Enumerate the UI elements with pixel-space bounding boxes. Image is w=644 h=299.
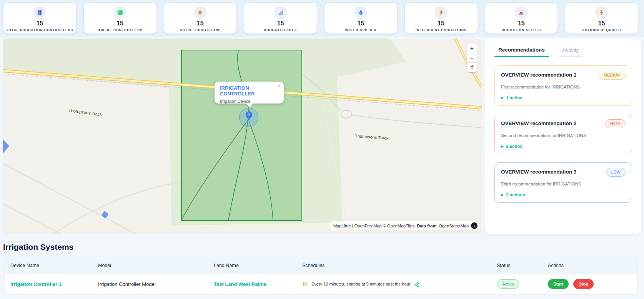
stat-label: INEFFICIENT IRRIGATIONS <box>416 28 467 32</box>
device-name-link[interactable]: Irrigation Controller 1 <box>10 281 98 287</box>
actions-count-label: 1 action <box>506 95 523 100</box>
stat-card-irrigated-area: 15 IRRIGATED AREA <box>244 2 317 34</box>
column-device-name: Device Name <box>10 263 98 268</box>
stat-card-inefficient-irrigations: 15 INEFFICIENT IRRIGATIONS <box>404 2 478 34</box>
stat-value: 15 <box>36 20 43 27</box>
status-cell: Active <box>497 279 548 289</box>
online-dot-icon <box>113 6 126 19</box>
tab-activity[interactable]: Activity <box>559 47 583 57</box>
close-icon[interactable]: × <box>278 83 281 88</box>
lightning-icon <box>595 6 608 19</box>
compass-down-icon <box>471 68 474 70</box>
compass-reset-button[interactable] <box>467 63 477 72</box>
recommendation-description: Third recommendation for IRRIGATIONS <box>501 182 626 186</box>
column-land-name: Land Name <box>214 263 302 268</box>
map-popup: IRRIGATION CONTROLLER Irrigation Device … <box>215 82 284 104</box>
recommendation-card-3[interactable]: OVERVIEW recommendation 3 LOW Third reco… <box>494 162 632 203</box>
column-model: Model <box>98 263 214 268</box>
stat-card-irrigation-alerts: 15 IRRIGATION ALERTS <box>485 2 558 34</box>
flame-icon <box>194 6 207 19</box>
map-canvas[interactable]: Thompsons Track Thompsons Track IRRIGATI… <box>3 38 482 234</box>
zoom-in-button[interactable]: + <box>467 43 477 53</box>
recommendation-description: Second recommendation for IRRIGATIONS <box>501 133 626 138</box>
play-outline-icon[interactable] <box>302 281 308 287</box>
map-zoom-controls: + − <box>467 43 477 72</box>
schedule-text: Every 10 minutes, starting at 5 minutes … <box>311 282 410 286</box>
map-attribution: MapLibre | OpenFreeMap © OpenMapTiles Da… <box>329 221 479 230</box>
stat-card-online-controllers: 15 ONLINE CONTROLLERS <box>83 2 157 34</box>
recommendation-actions-toggle[interactable]: ▶ 1 action <box>501 95 626 100</box>
map-tiles <box>3 38 482 234</box>
start-button[interactable]: Start <box>548 279 569 289</box>
schedules-cell: Every 10 minutes, starting at 5 minutes … <box>302 281 497 287</box>
area-ruler-icon <box>274 6 287 19</box>
model-cell: Irrigation Controller Model <box>98 281 214 287</box>
stat-value: 15 <box>116 20 123 27</box>
stat-card-total-controllers: 15 TOTAL IRRIGATION CONTROLLERS <box>3 2 77 34</box>
stat-value: 15 <box>277 20 284 27</box>
recommendation-title: OVERVIEW recommendation 1 <box>501 71 576 78</box>
stat-label: IRRIGATED AREA <box>264 28 297 32</box>
actions-count-label: 1 action <box>506 144 523 149</box>
recommendations-panel: Recommendations Activity OVERVIEW recomm… <box>485 38 641 234</box>
status-badge: Active <box>497 279 519 289</box>
stats-row: 15 TOTAL IRRIGATION CONTROLLERS 15 ONLIN… <box>3 2 638 34</box>
play-triangle-icon: ▶ <box>501 96 504 100</box>
priority-badge-high: HIGH <box>605 119 626 128</box>
stat-value: 15 <box>518 20 525 27</box>
stat-value: 15 <box>197 20 204 27</box>
attribution-libraries: MapLibre | OpenFreeMap © OpenMapTiles <box>333 224 414 228</box>
recommendation-card-2[interactable]: OVERVIEW recommendation 2 HIGH Second re… <box>494 114 632 154</box>
priority-badge-medium: MEDIUM <box>599 71 626 80</box>
recommendation-actions-toggle[interactable]: ▶ 1 action <box>501 144 626 149</box>
table-header-row: Device Name Model Land Name Schedules St… <box>5 257 637 274</box>
actions-count-label: 2 actions <box>506 192 525 197</box>
attribution-data-from: Data from <box>417 224 436 228</box>
column-actions: Actions <box>548 263 637 268</box>
recommendation-card-1[interactable]: OVERVIEW recommendation 1 MEDIUM First r… <box>494 65 632 106</box>
table-row: Irrigation Controller 1 Irrigation Contr… <box>5 274 637 294</box>
land-name-link[interactable]: Test Land West Palma <box>214 281 302 287</box>
play-triangle-icon: ▶ <box>501 193 504 197</box>
stat-value: 15 <box>598 20 605 27</box>
stat-value: 15 <box>438 20 444 27</box>
stat-card-water-applied: 15 WATER APPLIED <box>324 2 398 34</box>
column-schedules: Schedules <box>302 263 497 268</box>
stat-label: ACTIONS REQUIRED <box>582 28 621 32</box>
stat-card-actions-required: 15 ACTIONS REQUIRED <box>565 2 638 34</box>
actions-cell: Start Stop <box>548 279 637 289</box>
recommendation-actions-toggle[interactable]: ▶ 2 actions <box>501 192 626 197</box>
priority-badge-low: LOW <box>606 168 626 177</box>
stop-button[interactable]: Stop <box>573 279 594 289</box>
edit-pencil-icon[interactable] <box>414 281 420 287</box>
irrigation-controller-marker-icon[interactable] <box>245 111 253 122</box>
zoom-out-button[interactable]: − <box>467 53 477 63</box>
attribution-source-link[interactable]: OpenStreetMap <box>439 224 469 228</box>
compass-up-icon <box>471 65 474 67</box>
popup-title: IRRIGATION CONTROLLER <box>220 85 279 97</box>
stat-label: TOTAL IRRIGATION CONTROLLERS <box>6 28 73 32</box>
irrigation-systems-table: Device Name Model Land Name Schedules St… <box>5 257 637 294</box>
controller-panel-icon <box>33 6 46 19</box>
stat-label: WATER APPLIED <box>345 28 376 32</box>
play-triangle-icon: ▶ <box>501 144 504 148</box>
stat-label: ACTIVE IRRIGATIONS <box>180 28 221 32</box>
column-status: Status <box>497 263 548 268</box>
recommendation-title: OVERVIEW recommendation 2 <box>501 119 576 126</box>
popup-tip <box>246 103 253 107</box>
stat-value: 15 <box>357 20 364 27</box>
panel-tabs: Recommendations Activity <box>494 47 632 57</box>
irrigation-systems-heading: Irrigation Systems <box>3 242 73 252</box>
recommendation-title: OVERVIEW recommendation 3 <box>501 168 576 175</box>
stat-label: IRRIGATION ALERTS <box>502 28 541 32</box>
stat-label: ONLINE CONTROLLERS <box>98 28 143 32</box>
lightning-icon <box>434 6 448 19</box>
tab-recommendations[interactable]: Recommendations <box>494 47 549 57</box>
info-icon[interactable]: i <box>471 222 478 229</box>
recommendation-description: First recommendation for IRRIGATIONS <box>501 85 626 89</box>
alert-siren-icon <box>515 6 528 19</box>
stat-card-active-irrigations: 15 ACTIVE IRRIGATIONS <box>164 2 237 34</box>
water-drop-icon <box>354 6 367 19</box>
